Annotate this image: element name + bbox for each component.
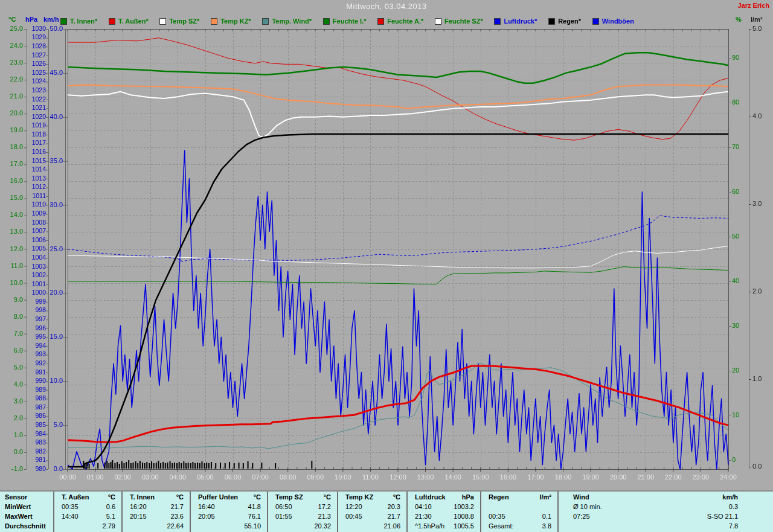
table-group-Wind: Windkm/hØ 10 min.0.307:25S-SO 21.17.8 [557, 492, 744, 532]
table-cell: 21.06 [383, 521, 400, 531]
legend-swatch-icon [109, 18, 115, 25]
left-axis-unit-hpa: hPa [25, 16, 37, 23]
table-cell: Temp SZ [275, 492, 303, 502]
table-cell: 21.3 [318, 511, 331, 521]
legend-item: T. Innen* [60, 18, 97, 25]
table-cell: 00:45 [345, 511, 362, 521]
table-cell: 55.10 [244, 521, 261, 531]
legend-swatch-icon [548, 18, 555, 25]
table-cell: Ø 10 min. [573, 502, 602, 511]
legend-swatch-icon [592, 18, 599, 25]
table-cell: 0.1 [542, 511, 551, 521]
legend-item: Temp. Wind* [262, 18, 312, 25]
table-cell: Gesamt: [489, 521, 514, 531]
right-axis-unit-percent: % [736, 16, 742, 23]
legend-item-label: T. Außen* [118, 18, 149, 25]
table-group-Puffer Unten: Puffer Unten°C16:4041.820:0576.155.10 [190, 492, 267, 532]
table-cell: 2.79 [103, 521, 115, 531]
weather-chart-canvas [0, 0, 773, 489]
legend-swatch-icon [377, 18, 384, 25]
table-group-Temp SZ: Temp SZ°C06:5017.201:5521.320.32 [267, 492, 337, 532]
legend-swatch-icon [211, 18, 217, 25]
legend-swatch-icon [159, 18, 166, 25]
table-cell: 20:15 [130, 511, 147, 521]
legend-item-label: Feuchte I.* [333, 18, 367, 25]
table-cell: 06:50 [275, 502, 292, 511]
legend-item: Windböen [592, 18, 634, 25]
legend-item: Temp SZ* [159, 18, 199, 25]
table-cell: 17.2 [318, 502, 331, 511]
legend-item: Luftdruck* [494, 18, 537, 25]
table-cell: hPa [462, 492, 474, 502]
table-cell: Wind [573, 492, 589, 502]
row-label-maxwert: MaxWert [5, 511, 46, 521]
table-group-Luftdruck: LuftdruckhPa04:101003.221:301008.8^1.5hP… [406, 492, 480, 532]
table-cell: Luftdruck [415, 492, 446, 502]
table-cell: °C [393, 492, 400, 502]
table-cell: 20:05 [198, 511, 215, 521]
weather-app-window: { "window_title": "Mittwoch, 03.04.2013"… [0, 0, 773, 532]
table-cell: 1003.2 [454, 502, 474, 511]
table-cell: T. Innen [130, 492, 155, 502]
legend-swatch-icon [60, 18, 67, 25]
legend-item-label: T. Innen* [70, 18, 97, 25]
table-cell: km/h [722, 492, 738, 502]
table-cell: 1005.5 [454, 521, 474, 531]
table-cell: Puffer Unten [198, 492, 238, 502]
summary-table: Sensor MinWert MaxWert Durchschnitt T. A… [0, 490, 773, 532]
legend-item-label: Feuchte A.* [387, 18, 423, 25]
table-group-T. Innen: T. Innen°C16:2021.720:1523.622.64 [121, 492, 190, 532]
legend-item: T. Außen* [109, 18, 149, 25]
table-cell: 16:40 [198, 502, 215, 511]
legend-item-label: Windböen [602, 18, 634, 25]
author-label: Jarz Erich [737, 2, 769, 9]
table-cell: 0.3 [729, 502, 738, 511]
legend-item: Temp KZ* [211, 18, 251, 25]
table-cell: °C [108, 492, 115, 502]
legend-item: Regen* [548, 18, 581, 25]
legend-swatch-icon [494, 18, 501, 25]
table-cell: Temp KZ [345, 492, 373, 502]
table-cell: 20.3 [388, 502, 400, 511]
row-label-durchschnitt: Durchschnitt [5, 521, 46, 531]
table-cell: °C [324, 492, 331, 502]
table-cell: 12:20 [345, 502, 362, 511]
table-cell: °C [254, 492, 261, 502]
table-cell: T. Außen [62, 492, 89, 502]
table-cell: 21.7 [171, 502, 184, 511]
legend-item-label: Temp. Wind* [272, 18, 312, 25]
summary-row-labels: Sensor MinWert MaxWert Durchschnitt [5, 492, 46, 531]
table-cell: 21:30 [415, 511, 432, 521]
table-group-Regen: Regenl/m²00:350.1Gesamt:3.8 [480, 492, 557, 532]
legend-item-label: Regen* [558, 18, 581, 25]
legend-item-label: Temp KZ* [220, 18, 251, 25]
row-label-minwert: MinWert [5, 502, 46, 511]
legend-item-label: Temp SZ* [169, 18, 199, 25]
table-cell: 21.7 [388, 511, 400, 521]
table-cell: 7.8 [729, 521, 738, 531]
legend-swatch-icon [262, 18, 269, 25]
table-cell: 00:35 [62, 502, 79, 511]
legend-item: Feuchte A.* [377, 18, 423, 25]
page-title: Mittwoch, 03.04.2013 [0, 2, 773, 11]
table-cell: 16:20 [130, 502, 147, 511]
right-axis-unit-lm2: l/m² [751, 16, 763, 23]
table-cell: 41.8 [248, 502, 261, 511]
row-label-sensor: Sensor [5, 492, 46, 502]
table-cell: Regen [489, 492, 509, 502]
legend: T. Innen*T. Außen*Temp SZ*Temp KZ*Temp. … [60, 18, 634, 25]
table-cell: 3.8 [542, 521, 551, 531]
legend-swatch-icon [435, 18, 441, 25]
legend-item-label: Luftdruck* [504, 18, 537, 25]
table-cell: 20.32 [314, 521, 331, 531]
table-cell: ^1.5hPa/h [415, 521, 444, 531]
left-axis-unit-kmh: km/h [43, 16, 59, 23]
table-cell: °C [176, 492, 184, 502]
legend-item: Feuchte SZ* [435, 18, 483, 25]
table-cell: 76.1 [248, 511, 261, 521]
table-group-Temp KZ: Temp KZ°C12:2020.300:4521.721.06 [337, 492, 406, 532]
table-cell: 1008.8 [454, 511, 474, 521]
table-cell: 04:10 [415, 502, 432, 511]
table-cell: l/m² [539, 492, 551, 502]
table-cell: 01:55 [275, 511, 292, 521]
